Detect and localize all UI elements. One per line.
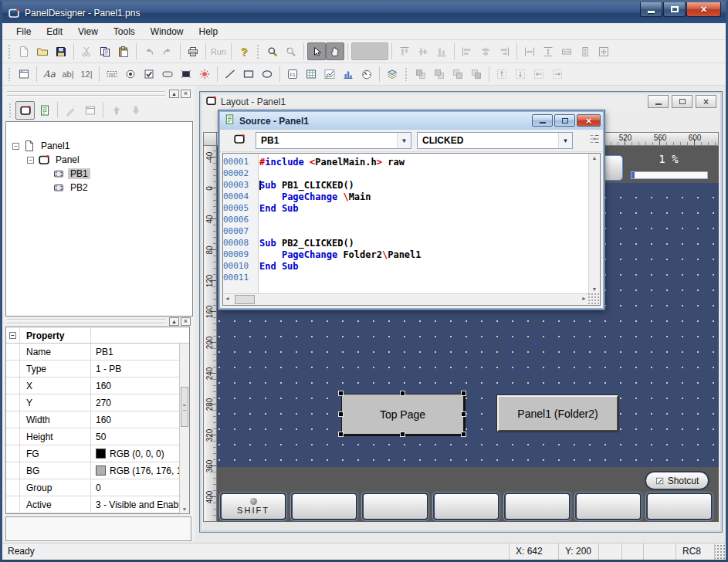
menu-edit[interactable]: Edit [39,24,70,39]
line-button[interactable] [221,66,239,83]
close-panel-button[interactable]: × [181,90,191,98]
horizontal-scrollbar[interactable]: ◄ ► [223,293,588,305]
selection-handle[interactable] [338,432,344,437]
pan-tool-button[interactable] [326,42,344,60]
scrollbar-thumb[interactable] [235,295,255,304]
same-height-button[interactable] [576,42,594,60]
tree-item-pb1[interactable]: PB1 [6,167,192,181]
function-key-3[interactable] [362,493,428,520]
same-size-button[interactable] [594,42,613,60]
property-value[interactable]: 3 - Visible and Enabl [91,496,189,513]
zoom-in-button[interactable] [263,42,282,60]
property-row-name[interactable]: NamePB1 [6,344,189,361]
send-backward-button[interactable] [449,66,467,83]
layout-window-titlebar[interactable]: Layout - Panel1 × [201,93,720,110]
function-key-7[interactable] [646,493,713,520]
property-value[interactable]: 50 [91,428,189,445]
selection-handle[interactable] [338,411,344,417]
meter-button[interactable] [357,66,376,83]
selection-handle[interactable] [461,432,466,437]
property-row-width[interactable]: Width160 [6,411,189,428]
source-minimize-button[interactable] [532,114,553,127]
chevron-down-icon[interactable]: ▼ [558,133,572,148]
nudge-right-button[interactable] [548,66,567,83]
property-value[interactable]: 160 [91,411,189,428]
layout-minimize-button[interactable] [648,95,669,108]
property-row-group[interactable]: Group0 [6,479,189,496]
line-graph-button[interactable] [320,66,339,83]
collapse-group-toggle[interactable]: − [9,332,16,339]
property-value[interactable]: RGB (0, 0, 0) [91,445,189,462]
code-area[interactable]: 00001#include <PanelMain.h> raw000020000… [223,156,588,293]
tree-item-pb2[interactable]: PB2 [6,181,192,195]
minimize-button[interactable] [640,2,662,17]
close-panel-button[interactable]: × [181,317,191,326]
resize-grip[interactable] [588,293,600,305]
lamp-button[interactable] [195,66,214,83]
indent-button[interactable] [584,132,603,150]
new-form-button[interactable] [15,66,33,83]
scroll-right-icon[interactable]: ► [581,296,587,301]
layers-button[interactable] [383,66,401,83]
function-key-5[interactable] [504,493,571,520]
undo-button[interactable] [140,42,158,60]
source-window[interactable]: Source - Panel1 × PB1 ▼ [218,110,604,310]
menu-view[interactable]: View [70,24,106,39]
nudge-down-button[interactable] [511,66,530,83]
canvas-object-2[interactable]: Panel1 (Folder2) [497,395,618,432]
property-value[interactable]: 0 [91,479,189,496]
save-button[interactable] [52,42,70,60]
function-key-1[interactable]: SHIFT [220,493,286,520]
object-combobox[interactable]: PB1 ▼ [256,132,411,149]
function-key-6[interactable] [575,493,642,520]
property-row-y[interactable]: Y270 [6,394,189,411]
property-value[interactable]: 160 [91,377,189,394]
expand-toggle[interactable]: − [12,143,19,150]
canvas-object-1[interactable]: Top Page [341,394,464,435]
selection-handle[interactable] [400,391,405,396]
property-value[interactable]: 270 [91,394,189,411]
scroll-down-icon[interactable]: ▼ [589,286,600,292]
space-vertical-button[interactable] [539,42,557,60]
move-down-button[interactable] [126,101,145,120]
scroll-up-icon[interactable]: ▲ [589,155,600,161]
collapse-panel-button[interactable]: ▲ [169,317,179,326]
align-center-button[interactable] [476,42,495,60]
zoom-out-button[interactable] [282,42,300,60]
cut-button[interactable] [77,42,96,60]
selection-handle[interactable] [461,391,466,396]
code-line[interactable]: 00010End Sub [223,260,588,272]
scroll-down-icon[interactable]: ▼ [180,506,189,512]
screen-button[interactable] [177,66,195,83]
titlebar[interactable]: PanelDesigner - Panel1.pns × [2,2,726,23]
same-width-button[interactable] [557,42,576,60]
property-row-x[interactable]: X160 [6,377,189,394]
selection-handle[interactable] [400,432,405,437]
redo-button[interactable] [158,42,177,60]
vertical-scrollbar[interactable]: ▲ ▼ [588,154,600,293]
panel-view-button[interactable] [15,101,35,120]
function-key-2[interactable] [291,493,357,520]
menu-file[interactable]: File [8,24,39,39]
selection-handle[interactable] [338,391,344,396]
selection-handle[interactable] [461,411,466,417]
send-to-back-button[interactable] [467,66,486,83]
code-line[interactable]: 00009 PageChange Folder2\Panel1 [223,249,588,260]
tree-item-panel1[interactable]: −Panel1 [6,139,192,153]
code-line[interactable]: 00004 PageChange \Main [223,191,588,202]
tree-item-panel[interactable]: −Panel [6,153,192,167]
align-right-button[interactable] [495,42,513,60]
chevron-down-icon[interactable]: ▼ [397,133,411,148]
move-up-button[interactable] [107,101,126,120]
shotcut-button[interactable]: Shotcut [645,471,709,490]
property-scrollbar[interactable]: ▼ [179,344,189,513]
panel-grip[interactable] [7,319,165,323]
code-line[interactable]: 00001#include <PanelMain.h> raw [223,156,588,168]
code-line[interactable]: 00005End Sub [223,202,588,214]
print-button[interactable] [184,42,202,60]
property-row-active[interactable]: Active3 - Visible and Enabl [6,496,189,513]
numeric-box-button[interactable]: 12| [77,66,96,83]
menu-window[interactable]: Window [143,24,191,39]
bring-to-front-button[interactable] [411,66,430,83]
expand-toggle[interactable]: − [27,157,34,164]
